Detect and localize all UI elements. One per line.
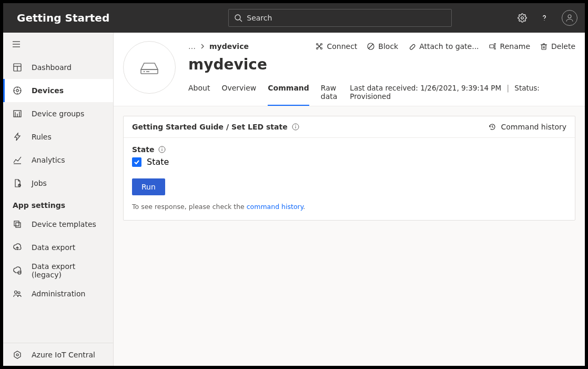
svg-line-57	[492, 127, 493, 128]
svg-marker-31	[14, 351, 21, 358]
svg-rect-44	[490, 45, 494, 48]
data-export-icon	[13, 243, 22, 252]
svg-point-29	[15, 291, 17, 294]
svg-point-55	[295, 125, 296, 125]
tab-overview[interactable]: Overview	[221, 81, 256, 106]
run-button[interactable]: Run	[132, 178, 165, 195]
block-button[interactable]: Block	[367, 42, 398, 51]
hamburger-icon[interactable]	[8, 36, 24, 52]
attach-icon	[408, 42, 416, 51]
command-history-button[interactable]: Command history	[488, 123, 566, 131]
device-title: mydevice	[188, 56, 575, 73]
azure-iot-icon	[13, 350, 22, 360]
command-history-link[interactable]: command history	[247, 203, 303, 211]
sidebar-item-devices[interactable]: Devices	[3, 79, 113, 102]
svg-rect-25	[14, 221, 19, 226]
sidebar-item-rules[interactable]: Rules	[3, 125, 113, 148]
sidebar-item-device-groups[interactable]: Device groups	[3, 102, 113, 125]
svg-point-12	[16, 89, 18, 92]
sidebar-item-analytics[interactable]: Analytics	[3, 148, 113, 172]
state-checkbox[interactable]	[132, 157, 141, 167]
settings-icon[interactable]	[518, 13, 527, 23]
sidebar-item-label: Data export	[32, 243, 75, 252]
sidebar-footer-label: Azure IoT Central	[32, 351, 95, 359]
svg-point-4	[568, 15, 571, 18]
tab-raw-data[interactable]: Raw data	[321, 81, 350, 106]
svg-point-32	[16, 354, 18, 356]
history-icon	[488, 123, 496, 131]
main-content: … mydevice Connect	[114, 33, 585, 366]
jobs-icon	[13, 178, 22, 188]
svg-point-30	[18, 292, 20, 294]
info-icon[interactable]	[292, 123, 299, 131]
account-icon[interactable]	[562, 10, 577, 26]
sidebar-item-device-templates[interactable]: Device templates	[3, 213, 113, 236]
sidebar-item-label: Device groups	[32, 109, 84, 118]
sidebar-item-administration[interactable]: Administration	[3, 282, 113, 305]
field-label-state: State	[132, 145, 566, 154]
delete-button[interactable]: Delete	[540, 42, 575, 51]
info-icon[interactable]	[158, 146, 166, 153]
help-icon[interactable]	[540, 13, 549, 23]
panel-title: Getting Started Guide / Set LED state	[132, 123, 299, 131]
sidebar-footer-link[interactable]: Azure IoT Central	[3, 343, 113, 366]
sidebar-item-jobs[interactable]: Jobs	[3, 172, 113, 195]
sidebar-item-data-export[interactable]: Data export	[3, 236, 113, 259]
svg-line-43	[369, 44, 373, 48]
sidebar-item-label: Rules	[32, 133, 52, 141]
svg-line-24	[19, 185, 21, 186]
connect-button[interactable]: Connect	[315, 42, 357, 51]
data-export-legacy-icon	[13, 266, 22, 275]
devices-icon	[13, 86, 22, 95]
svg-point-2	[521, 17, 524, 19]
sidebar-item-label: Analytics	[32, 156, 65, 164]
svg-rect-26	[16, 223, 21, 227]
tab-about[interactable]: About	[188, 81, 210, 106]
checkbox-label: State	[147, 157, 169, 167]
sidebar-item-label: Data export (legacy)	[32, 262, 104, 279]
sidebar-group-label: App settings	[3, 195, 113, 213]
dashboard-icon	[13, 63, 22, 72]
command-panel: Getting Started Guide / Set LED state Co…	[123, 116, 575, 221]
sidebar-item-data-export-legacy[interactable]: Data export (legacy)	[3, 259, 113, 282]
svg-point-3	[544, 20, 544, 21]
search-box[interactable]	[228, 9, 452, 27]
rename-icon	[489, 42, 497, 51]
analytics-icon	[13, 155, 22, 165]
top-bar: Getting Started	[3, 3, 585, 33]
rules-icon	[13, 132, 22, 142]
svg-point-34	[144, 71, 145, 72]
svg-rect-48	[542, 45, 546, 49]
response-hint: To see response, please check the comman…	[132, 203, 566, 211]
breadcrumb: … mydevice	[188, 42, 249, 51]
svg-point-60	[162, 147, 163, 148]
sidebar-item-label: Devices	[32, 86, 64, 95]
sidebar-item-label: Jobs	[32, 179, 47, 187]
device-templates-icon	[13, 220, 22, 229]
sidebar-item-dashboard[interactable]: Dashboard	[3, 56, 113, 79]
chevron-right-icon	[200, 44, 205, 49]
sidebar: Dashboard Devices Device groups Rules	[3, 33, 114, 366]
search-input[interactable]	[247, 14, 446, 22]
delete-icon	[540, 42, 548, 51]
breadcrumb-ellipsis[interactable]: …	[188, 42, 196, 51]
rename-button[interactable]: Rename	[489, 42, 530, 51]
svg-line-1	[240, 19, 242, 22]
device-tabs: About Overview Command Raw data	[188, 81, 350, 106]
svg-point-0	[235, 15, 240, 20]
connect-icon	[315, 42, 323, 51]
attach-button[interactable]: Attach to gate...	[408, 42, 479, 51]
sidebar-item-label: Dashboard	[32, 63, 72, 72]
device-groups-icon	[13, 109, 22, 118]
sidebar-item-label: Administration	[32, 290, 85, 298]
app-title: Getting Started	[17, 12, 109, 24]
breadcrumb-current: mydevice	[209, 42, 249, 51]
device-status-line: Last data received: 1/26/2021, 9:39:14 P…	[350, 84, 575, 106]
administration-icon	[13, 289, 22, 298]
block-icon	[367, 42, 375, 51]
sidebar-item-label: Device templates	[32, 220, 96, 228]
tab-command[interactable]: Command	[268, 81, 309, 106]
search-icon	[234, 14, 242, 22]
device-avatar	[123, 41, 176, 94]
